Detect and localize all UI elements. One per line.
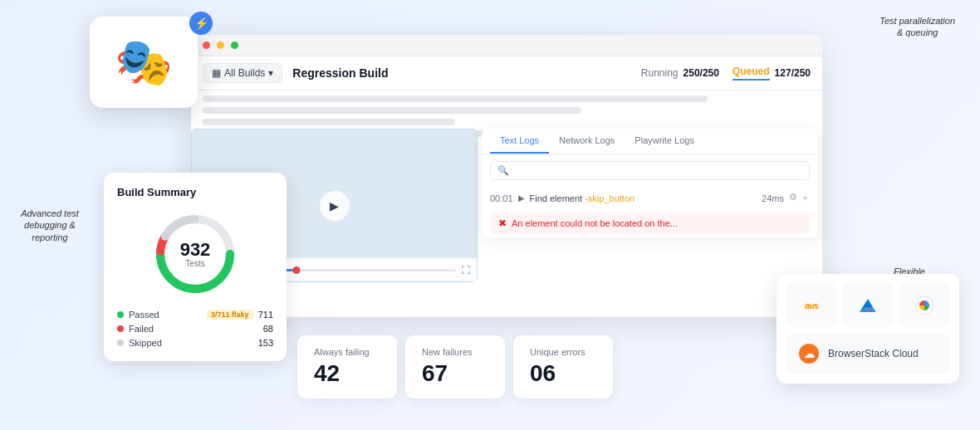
add-icon[interactable]: ＋ — [801, 192, 810, 204]
tab-playwright-logs[interactable]: Playwrite Logs — [625, 129, 704, 154]
build-summary-title: Build Summary — [117, 186, 273, 198]
all-builds-label: All Builds — [224, 67, 265, 79]
stat-card-unique-errors: Unique errors 06 — [513, 335, 613, 398]
running-status: Running 250/250 — [641, 67, 719, 79]
annotation-top-right: Test parallelization & queuing — [880, 15, 955, 39]
provider-azure[interactable] — [843, 284, 893, 327]
error-icon: ✖ — [498, 217, 507, 229]
logs-tabs: Text Logs Network Logs Playwrite Logs — [482, 129, 818, 154]
search-icon: 🔍 — [497, 165, 509, 176]
aws-icon: aws — [805, 301, 819, 311]
provider-google[interactable] — [899, 284, 949, 327]
video-progress-dot — [292, 266, 300, 274]
dot-yellow — [217, 42, 224, 49]
donut-center: 932 Tests — [180, 241, 211, 268]
queued-count: 127/250 — [775, 67, 811, 79]
google-icon — [914, 295, 935, 316]
skipped-label: Skipped — [129, 338, 253, 348]
flaky-badge: 3/711 flaky — [207, 310, 253, 320]
lightning-badge: ⚡ — [189, 12, 213, 35]
dot-red — [203, 42, 210, 49]
donut-label: Tests — [180, 259, 211, 268]
tab-network-logs[interactable]: Network Logs — [549, 129, 625, 154]
queued-label[interactable]: Queued — [733, 66, 770, 81]
chevron-down-icon: ▾ — [268, 67, 273, 79]
build-summary-card: Build Summary 932 Tests Passed 3/711 — [104, 173, 287, 361]
queued-status: Queued 127/250 — [733, 66, 811, 81]
log-action: Find element -skip_button — [530, 193, 757, 203]
running-count: 250/250 — [684, 67, 719, 79]
azure-icon — [856, 294, 880, 317]
stat-value-unique-errors: 06 — [530, 360, 596, 387]
annotation-left: Advanced test debugging & reporting — [8, 208, 91, 243]
expand-arrow-icon: ▶ — [518, 193, 525, 203]
failed-label: Failed — [129, 324, 258, 334]
grid-icon: ▦ — [212, 67, 221, 79]
provider-browserstack[interactable]: ☁ BrowserStack Cloud — [786, 334, 949, 374]
browser-bar — [191, 35, 822, 56]
skipped-dot — [117, 340, 124, 346]
stats-row: Always failing 42 New failures 67 Unique… — [297, 335, 613, 398]
skeleton-3 — [203, 119, 455, 125]
play-button[interactable]: ▶ — [320, 191, 350, 221]
error-message: An element could not be located on the..… — [512, 218, 678, 228]
lightning-icon: ⚡ — [194, 17, 208, 30]
running-label: Running — [641, 67, 679, 79]
stat-label-unique-errors: Unique errors — [530, 347, 596, 357]
stat-label-always-failing: Always failing — [314, 347, 380, 357]
failed-value: 68 — [263, 324, 273, 334]
legend-passed: Passed 3/711 flaky 711 — [117, 310, 273, 320]
svg-text:☁: ☁ — [804, 348, 815, 360]
log-time: 00:01 — [490, 193, 513, 203]
mask-emoji: 🎭 — [115, 35, 173, 90]
cloud-providers-card: aws — [777, 274, 959, 384]
status-group: Running 250/250 Queued 127/250 — [641, 66, 811, 81]
stat-value-always-failing: 42 — [314, 360, 380, 387]
skipped-value: 153 — [258, 338, 273, 348]
legend-skipped: Skipped 153 — [117, 338, 273, 348]
passed-value: 711 — [258, 310, 273, 320]
stat-card-always-failing: Always failing 42 — [297, 335, 397, 398]
expand-icon[interactable]: ⛶ — [461, 265, 470, 275]
settings-icon[interactable]: ⚙ — [789, 192, 797, 204]
legend-failed: Failed 68 — [117, 324, 273, 334]
log-duration: 24ms — [762, 193, 784, 203]
donut-number: 932 — [180, 241, 211, 259]
browserstack-icon: ☁ — [798, 343, 820, 364]
log-entry-1: 00:01 ▶ Find element -skip_button 24ms ⚙… — [482, 187, 818, 209]
tab-text-logs[interactable]: Text Logs — [490, 129, 549, 154]
error-entry-1: ✖ An element could not be located on the… — [490, 213, 810, 234]
donut-chart: 932 Tests — [149, 208, 241, 300]
log-selector: -skip_button — [585, 193, 635, 203]
mask-card: 🎭 — [90, 17, 198, 108]
logs-panel: Text Logs Network Logs Playwrite Logs 🔍 … — [482, 129, 818, 237]
provider-aws[interactable]: aws — [786, 284, 836, 327]
cloud-providers-grid: aws — [786, 284, 949, 327]
logs-search-box[interactable]: 🔍 — [490, 161, 810, 180]
browserstack-label: BrowserStack Cloud — [828, 348, 919, 359]
browser-header: ▦ All Builds ▾ Regression Build Running … — [191, 56, 822, 90]
scene: Test parallelization & queuing Advanced … — [0, 0, 980, 430]
stat-value-new-failures: 67 — [422, 360, 488, 387]
stat-card-new-failures: New failures 67 — [405, 335, 505, 398]
passed-dot — [117, 311, 124, 318]
legend: Passed 3/711 flaky 711 Failed 68 Skipped… — [117, 310, 273, 348]
stat-label-new-failures: New failures — [422, 347, 488, 357]
skeleton-1 — [203, 95, 708, 102]
log-action-icons: ⚙ ＋ — [789, 192, 810, 204]
build-title: Regression Build — [292, 66, 630, 80]
all-builds-button[interactable]: ▦ All Builds ▾ — [203, 63, 282, 83]
skeleton-2 — [203, 107, 581, 114]
passed-label: Passed — [129, 310, 202, 320]
failed-dot — [117, 325, 124, 332]
dot-green — [231, 42, 238, 49]
